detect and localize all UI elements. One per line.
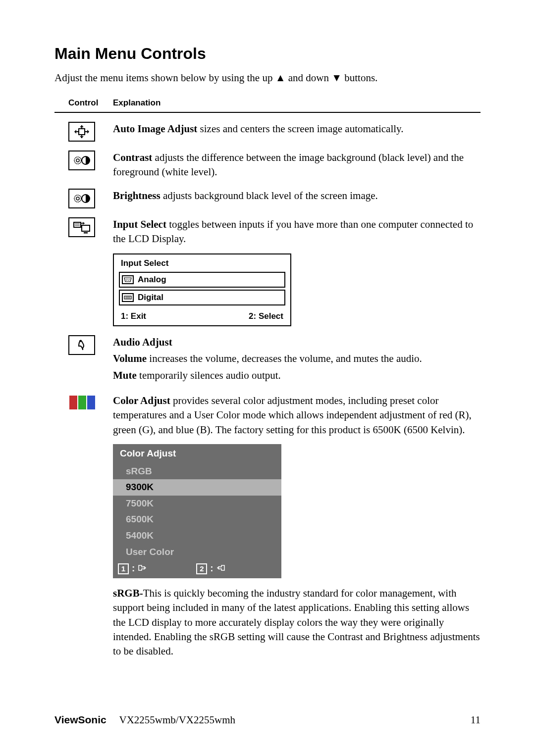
brightness-icon bbox=[68, 189, 95, 208]
input-select-option-analog-label: Analog bbox=[138, 274, 166, 286]
row-auto-image-adjust: Auto Image Adjust sizes and centers the … bbox=[68, 122, 481, 142]
svg-point-21 bbox=[126, 280, 127, 281]
color-adjust-item-7500k: 7500K bbox=[113, 496, 281, 512]
mute-text: temporarily silences audio output. bbox=[137, 369, 281, 381]
srgb-label: sRGB- bbox=[113, 587, 143, 599]
input-select-footer-exit: 1: Exit bbox=[121, 310, 146, 322]
color-adjust-panel: Color Adjust sRGB 9300K 7500K 6500K 5400… bbox=[113, 444, 281, 578]
enter-arrow-icon bbox=[216, 562, 225, 575]
svg-point-20 bbox=[129, 279, 130, 280]
svg-point-6 bbox=[76, 159, 79, 162]
colon: : bbox=[132, 562, 135, 575]
input-select-option-digital: Digital bbox=[119, 290, 285, 305]
audio-adjust-icon bbox=[68, 335, 95, 355]
row-audio-adjust: Audio Adjust Volume increases the volume… bbox=[68, 335, 481, 385]
color-adjust-label: Color Adjust bbox=[113, 395, 170, 406]
row-input-select: Input Select toggles between inputs if y… bbox=[68, 217, 481, 326]
input-select-footer-select: 2: Select bbox=[249, 310, 283, 322]
auto-image-adjust-label: Auto Image Adjust bbox=[113, 123, 197, 135]
row-color-adjust: Color Adjust provides several color adju… bbox=[68, 394, 481, 659]
svg-rect-0 bbox=[79, 129, 85, 135]
color-adjust-footer: 1 : 2 : bbox=[113, 560, 281, 578]
analog-connector-icon bbox=[122, 275, 134, 284]
row-contrast: Contrast adjusts the difference between … bbox=[68, 151, 481, 180]
contrast-label: Contrast bbox=[113, 151, 152, 163]
col-header-control: Control bbox=[68, 98, 113, 108]
svg-point-8 bbox=[74, 195, 81, 202]
auto-image-adjust-icon bbox=[68, 122, 95, 142]
svg-rect-28 bbox=[78, 396, 86, 409]
svg-point-26 bbox=[79, 340, 81, 342]
color-adjust-panel-title: Color Adjust bbox=[113, 444, 281, 463]
volume-text: increases the volume, decreases the volu… bbox=[147, 353, 422, 364]
brightness-label: Brightness bbox=[113, 190, 160, 202]
mute-label: Mute bbox=[113, 369, 137, 381]
footer-model: VX2255wmb/VX2255wmh bbox=[119, 714, 236, 726]
svg-point-9 bbox=[76, 197, 79, 200]
divider bbox=[54, 112, 481, 113]
auto-image-adjust-text: sizes and centers the screen image autom… bbox=[197, 123, 403, 135]
input-select-label: Input Select bbox=[113, 218, 166, 230]
page-number: 11 bbox=[471, 714, 481, 726]
key-2: 2 bbox=[196, 563, 207, 574]
intro-mid: and down bbox=[285, 72, 331, 84]
color-adjust-item-5400k: 5400K bbox=[113, 528, 281, 544]
brightness-text: adjusts background black level of the sc… bbox=[160, 190, 378, 202]
color-adjust-item-9300k: 9300K bbox=[113, 479, 281, 496]
triangle-down-icon: ▼ bbox=[331, 72, 342, 84]
col-header-explanation: Explanation bbox=[113, 98, 160, 108]
color-adjust-item-usercolor: User Color bbox=[113, 544, 281, 560]
srgb-text: This is quickly becoming the industry st… bbox=[113, 587, 480, 657]
digital-connector-icon bbox=[122, 293, 134, 302]
row-brightness: Brightness adjusts background black leve… bbox=[68, 189, 481, 208]
triangle-up-icon: ▲ bbox=[275, 72, 286, 84]
input-select-text: toggles between inputs if you have more … bbox=[113, 218, 473, 245]
color-adjust-item-srgb: sRGB bbox=[113, 463, 281, 480]
key-1: 1 bbox=[118, 563, 129, 574]
contrast-icon bbox=[68, 151, 95, 170]
intro-pre: Adjust the menu items shown below by usi… bbox=[54, 72, 275, 84]
intro-text: Adjust the menu items shown below by usi… bbox=[54, 72, 481, 84]
exit-arrow-icon bbox=[138, 562, 147, 575]
svg-rect-15 bbox=[84, 232, 88, 234]
audio-adjust-title: Audio Adjust bbox=[113, 336, 172, 348]
input-select-panel: Input Select Analog Digital 1: Exit 2: S… bbox=[113, 253, 291, 326]
input-select-option-analog: Analog bbox=[119, 272, 285, 288]
input-select-panel-title: Input Select bbox=[114, 254, 290, 271]
svg-marker-17 bbox=[124, 278, 131, 282]
svg-rect-29 bbox=[87, 396, 95, 409]
svg-rect-11 bbox=[74, 222, 81, 227]
input-select-icon bbox=[68, 217, 95, 237]
footer-brand: ViewSonic bbox=[54, 714, 107, 725]
svg-rect-23 bbox=[124, 296, 131, 299]
svg-rect-27 bbox=[69, 396, 77, 409]
svg-rect-14 bbox=[82, 225, 90, 231]
intro-post: buttons. bbox=[342, 72, 377, 84]
input-select-option-digital-label: Digital bbox=[138, 292, 163, 303]
colon-2: : bbox=[210, 562, 213, 575]
volume-label: Volume bbox=[113, 353, 147, 364]
table-header: Control Explanation bbox=[54, 98, 481, 108]
svg-point-22 bbox=[128, 280, 129, 281]
page-title: Main Menu Controls bbox=[54, 45, 481, 63]
svg-point-18 bbox=[126, 279, 127, 280]
svg-point-19 bbox=[127, 279, 128, 280]
svg-point-5 bbox=[74, 157, 81, 164]
color-adjust-icon bbox=[68, 394, 96, 411]
contrast-text: adjusts the difference between the image… bbox=[113, 151, 464, 178]
page-footer: ViewSonic VX2255wmb/VX2255wmh 11 bbox=[54, 714, 481, 726]
color-adjust-item-6500k: 6500K bbox=[113, 511, 281, 528]
